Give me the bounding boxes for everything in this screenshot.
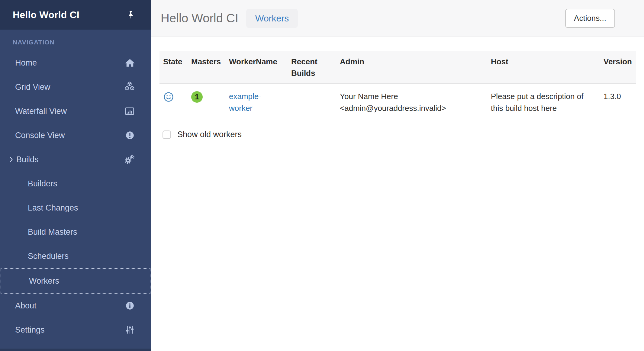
sidebar-header: Hello World CI: [0, 0, 151, 30]
version-cell: 1.3.0: [600, 84, 636, 122]
info-circle-icon: [124, 300, 135, 311]
host-cell: Please put a description of this build h…: [487, 84, 600, 122]
main-content: Hello World CI Workers Actions... State …: [151, 0, 644, 351]
sidebar-item-grid-view[interactable]: Grid View: [0, 75, 151, 99]
page-header: Hello World CI Workers Actions...: [151, 0, 644, 37]
chevron-right-icon: [9, 156, 13, 163]
sidebar-item-last-changes[interactable]: Last Changes: [0, 196, 151, 220]
worker-row: 1 example-worker Your Name Here <admin@y…: [159, 84, 636, 122]
col-header-state: State: [159, 51, 188, 84]
pin-sidebar-button[interactable]: [126, 10, 136, 20]
sidebar-item-builds[interactable]: Builds: [0, 147, 151, 172]
sidebar-item-schedulers[interactable]: Schedulers: [0, 244, 151, 268]
thumbtack-icon: [126, 10, 135, 19]
sidebar-item-about[interactable]: About: [0, 294, 151, 318]
sidebar-item-waterfall-view[interactable]: Waterfall View: [0, 99, 151, 123]
sidebar-footer: [0, 349, 151, 351]
page-title: Hello World CI: [161, 11, 238, 25]
masters-count-badge: 1: [191, 91, 203, 103]
sliders-icon: [124, 324, 135, 335]
show-old-workers-label[interactable]: Show old workers: [177, 130, 242, 139]
workers-table: State Masters WorkerName Recent Builds A…: [159, 51, 636, 122]
app-title: Hello World CI: [13, 9, 79, 21]
sidebar-item-settings[interactable]: Settings: [0, 318, 151, 342]
nav-section-label: NAVIGATION: [0, 30, 151, 51]
table-header-row: State Masters WorkerName Recent Builds A…: [159, 51, 636, 84]
show-old-workers-checkbox[interactable]: [163, 130, 171, 139]
sidebar-item-workers[interactable]: Workers: [1, 268, 150, 294]
show-old-workers-control: Show old workers: [163, 130, 644, 139]
gears-icon: [123, 153, 135, 166]
sidebar-item-console-view[interactable]: Console View: [0, 123, 151, 147]
cubes-icon: [124, 81, 135, 93]
exclamation-circle-icon: [124, 130, 135, 141]
col-header-version: Version: [600, 51, 636, 84]
actions-button[interactable]: Actions...: [565, 9, 615, 28]
home-icon: [124, 57, 135, 68]
col-header-host: Host: [487, 51, 600, 84]
tab-workers[interactable]: Workers: [246, 9, 298, 28]
smiley-ok-icon: [163, 92, 174, 102]
recent-builds-cell: [288, 84, 336, 122]
col-header-admin: Admin: [336, 51, 487, 84]
worker-name-link[interactable]: example-worker: [229, 91, 282, 114]
bar-chart-icon: [124, 105, 135, 117]
col-header-masters: Masters: [188, 51, 225, 84]
sidebar-item-build-masters[interactable]: Build Masters: [0, 220, 151, 244]
col-header-recent-builds: Recent Builds: [288, 51, 336, 84]
admin-cell: Your Name Here <admin@youraddress.invali…: [336, 84, 487, 122]
col-header-workername: WorkerName: [225, 51, 288, 84]
sidebar-item-builders[interactable]: Builders: [0, 172, 151, 196]
sidebar-item-home[interactable]: Home: [0, 51, 151, 75]
sidebar: Hello World CI NAVIGATION Home Grid View: [0, 0, 151, 351]
